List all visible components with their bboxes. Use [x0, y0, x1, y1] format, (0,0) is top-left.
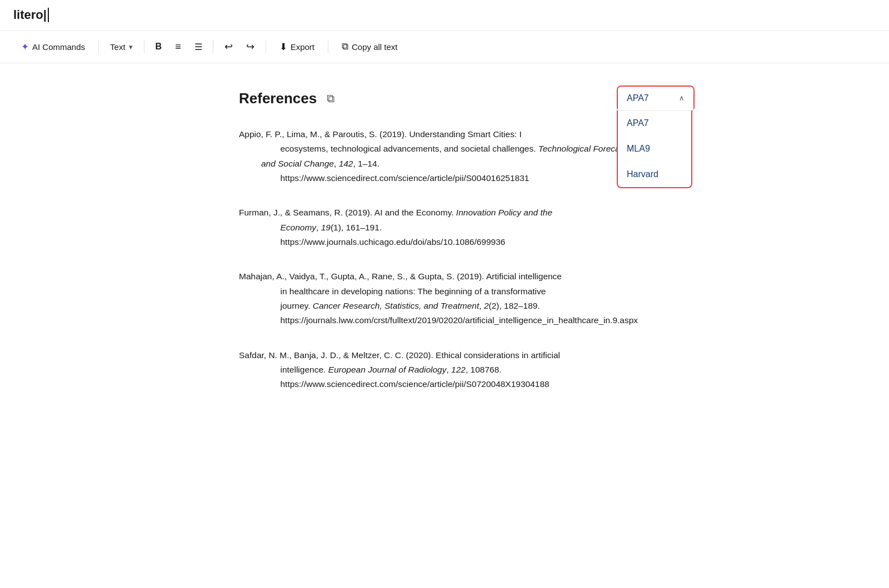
text-format-label: Text	[110, 42, 126, 52]
citation-style-selector: APA7 ∧ APA7 MLA9 Harvard	[617, 86, 695, 112]
references-title: References	[239, 90, 317, 107]
bold-button[interactable]: B	[150, 37, 168, 56]
bold-icon: B	[156, 42, 162, 52]
toolbar-divider-1	[98, 40, 99, 53]
copy-all-label: Copy all text	[352, 42, 398, 52]
undo-icon	[224, 41, 233, 53]
reference-entry-4: Safdar, N. M., Banja, J. D., & Meltzer, …	[239, 348, 650, 392]
citation-option-mla9[interactable]: MLA9	[618, 136, 691, 162]
copy-icon: ⧉	[342, 41, 348, 52]
citation-option-apa7[interactable]: APA7	[618, 110, 691, 136]
chevron-up-icon: ∧	[679, 94, 685, 102]
reference-list: Appio, F. P., Lima, M., & Paroutis, S. (…	[239, 127, 650, 392]
list-button[interactable]: ☰	[189, 37, 207, 57]
journal-title-1: Technological Forecasting and Social Cha…	[261, 144, 638, 168]
download-icon: ⬇	[279, 41, 287, 53]
toolbar-divider-2	[144, 40, 144, 53]
volume-3: 2	[484, 301, 489, 310]
toolbar-divider-5	[328, 40, 328, 53]
align-button[interactable]: ≡	[169, 37, 187, 57]
redo-icon	[246, 41, 254, 53]
sparkle-icon: ✦	[21, 41, 29, 53]
toolbar: ✦ AI Commands Text ▾ B ≡ ☰ ⬇ Export ⧉ Co…	[0, 31, 889, 63]
references-header: References ⧉	[239, 90, 650, 107]
url-3: https://journals.lww.com/crst/fulltext/2…	[280, 315, 638, 325]
chevron-down-icon: ▾	[129, 43, 133, 51]
ai-commands-label: AI Commands	[32, 42, 85, 52]
copy-all-text-button[interactable]: ⧉ Copy all text	[334, 37, 406, 57]
app-logo: litero|	[13, 8, 49, 22]
volume-2: 19	[321, 223, 331, 232]
ai-commands-button[interactable]: ✦ AI Commands	[13, 37, 93, 57]
citation-style-current-value: APA7	[627, 93, 649, 103]
main-content: References ⧉ APA7 ∧ APA7 MLA9 Harvard	[194, 63, 695, 439]
toolbar-divider-3	[213, 40, 213, 53]
url-1: https://www.sciencedirect.com/science/ar…	[280, 173, 529, 183]
citation-style-current[interactable]: APA7 ∧	[618, 87, 693, 110]
citation-style-dropdown: APA7 MLA9 Harvard	[617, 110, 692, 188]
copy-section-icon: ⧉	[327, 92, 334, 104]
reference-entry-2: Furman, J., & Seamans, R. (2019). AI and…	[239, 205, 650, 249]
export-label: Export	[291, 42, 314, 52]
url-2: https://www.journals.uchicago.edu/doi/ab…	[280, 237, 505, 247]
toolbar-divider-4	[266, 40, 266, 53]
volume-1: 142	[339, 159, 353, 168]
reference-entry-3: Mahajan, A., Vaidya, T., Gupta, A., Rane…	[239, 269, 650, 328]
undo-button[interactable]	[219, 36, 238, 57]
reference-entry-1: Appio, F. P., Lima, M., & Paroutis, S. (…	[239, 127, 650, 185]
export-button[interactable]: ⬇ Export	[272, 37, 322, 57]
url-4: https://www.sciencedirect.com/science/ar…	[280, 379, 549, 389]
journal-title-4: European Journal of Radiology	[328, 365, 447, 374]
align-center-icon: ≡	[175, 41, 181, 53]
copy-references-button[interactable]: ⧉	[324, 90, 337, 107]
redo-button[interactable]	[241, 36, 260, 57]
journal-title-3: Cancer Research, Statistics, and Treatme…	[313, 301, 480, 310]
logo-bar: litero|	[0, 0, 889, 31]
text-format-dropdown[interactable]: Text ▾	[104, 38, 138, 56]
volume-4: 122	[451, 365, 466, 374]
list-icon: ☰	[194, 42, 202, 52]
citation-style-area: APA7 ∧ APA7 MLA9 Harvard	[617, 86, 695, 112]
citation-option-harvard[interactable]: Harvard	[618, 162, 691, 187]
journal-title-2: Innovation Policy and the Economy	[261, 208, 552, 232]
